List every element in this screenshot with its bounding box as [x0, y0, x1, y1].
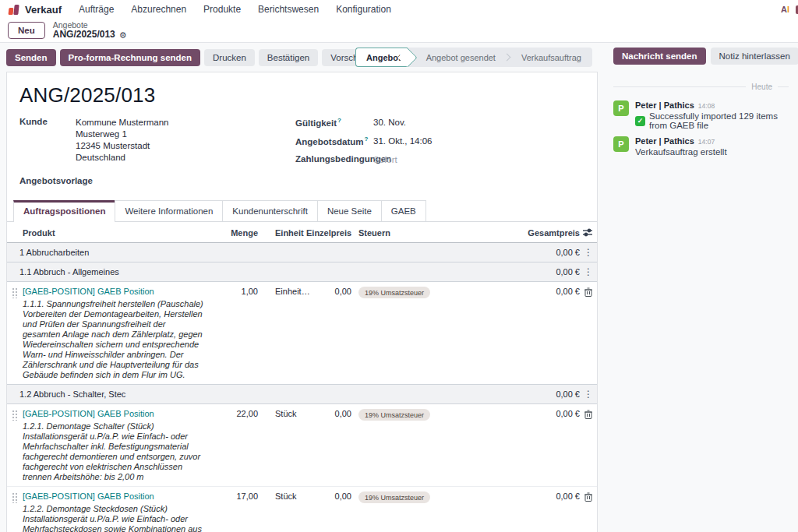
uom-cell[interactable]: Einheit…: [258, 282, 306, 385]
gueltigkeit-field[interactable]: 30. Nov.: [373, 117, 406, 129]
qty-cell[interactable]: 1,00: [202, 282, 258, 385]
tab-kundenunterschrift[interactable]: Kundenunterschrift: [222, 200, 318, 221]
avatar: P: [613, 100, 629, 116]
nav-item-konfiguration[interactable]: Konfiguration: [336, 4, 391, 15]
col-menge[interactable]: Menge: [202, 222, 258, 243]
proforma-button[interactable]: Pro-forma-Rechnung senden: [60, 49, 200, 66]
status-step-angebot-gesendet[interactable]: Angebot gesendet: [408, 48, 507, 67]
help-icon[interactable]: ?: [337, 117, 341, 124]
unit-price-cell[interactable]: 0,00: [306, 282, 351, 385]
message-author[interactable]: Peter | Pathics: [635, 100, 694, 110]
trash-icon[interactable]: [584, 287, 592, 297]
unit-price-cell[interactable]: 0,00: [306, 487, 351, 532]
product-link[interactable]: [GAEB-POSITION] GAEB Position: [23, 287, 154, 296]
order-line-row[interactable]: [GAEB-POSITION] GAEB Position 1.1.1. Spa…: [7, 282, 597, 385]
breadcrumb-current: ANG/2025/013 ⚙: [53, 30, 127, 41]
print-button[interactable]: Drucken: [204, 49, 255, 66]
workspace: Senden Pro-forma-Rechnung senden Drucken…: [0, 43, 798, 532]
trash-icon[interactable]: [584, 492, 592, 502]
col-einheit[interactable]: Einheit: [258, 222, 306, 243]
send-message-button[interactable]: Nachricht senden: [613, 48, 706, 65]
order-line-row[interactable]: [GAEB-POSITION] GAEB Position 1.2.1. Dem…: [7, 404, 597, 487]
date-divider-label: Heute: [746, 83, 778, 91]
log-note-button[interactable]: Notiz hinterlassen: [711, 48, 798, 65]
record-name: ANG/2025/013: [53, 30, 115, 41]
kunde-name[interactable]: Kommune Mustermann: [76, 117, 169, 129]
subtotal-cell: 0,00 €: [453, 404, 580, 487]
kunde-city: 12345 Musterstadt: [76, 140, 169, 152]
kunde-label: Kunde: [19, 117, 76, 164]
drag-handle-icon[interactable]: [12, 410, 18, 421]
product-description[interactable]: 1.1.1. Spannungsfreiheit herstellen (Pau…: [23, 299, 205, 380]
tab-weitere-informationen[interactable]: Weitere Informationen: [115, 200, 223, 221]
tab-auftragspositionen[interactable]: Auftragspositionen: [13, 200, 115, 222]
col-gesamtpreis[interactable]: Gesamtpreis: [453, 222, 580, 243]
qty-cell[interactable]: 22,00: [202, 404, 258, 487]
section-row[interactable]: 1.1 Abbruch - Allgemeines 0,00 € ⋮: [7, 262, 597, 282]
section-label[interactable]: 1.1 Abbruch - Allgemeines: [7, 262, 453, 282]
status-pipeline: Angebot Angebot gesendet Verkaufsauftrag: [355, 48, 592, 67]
col-einzelpreis[interactable]: Einzelpreis: [306, 222, 351, 243]
status-step-verkaufsauftrag[interactable]: Verkaufsauftrag: [510, 48, 592, 67]
send-button[interactable]: Senden: [6, 49, 56, 66]
page-title: ANG/2025/013: [19, 83, 597, 107]
section-row[interactable]: 1 Abbrucharbeiten 0,00 € ⋮: [7, 243, 597, 262]
optional-columns-icon[interactable]: [580, 222, 597, 243]
section-row[interactable]: 1.2 Abbruch - Schalter, Stec 0,00 € ⋮: [7, 385, 597, 404]
kebab-menu-icon[interactable]: ⋮: [580, 248, 597, 257]
breadcrumb: Angebote ANG/2025/013 ⚙: [53, 20, 127, 41]
order-line-row[interactable]: [GAEB-POSITION] GAEB Position 1.2.2. Dem…: [7, 487, 597, 532]
unit-price-cell[interactable]: 0,00: [306, 404, 351, 487]
product-link[interactable]: [GAEB-POSITION] GAEB Position: [23, 409, 154, 418]
odoo-logo-icon: [8, 4, 19, 15]
product-description[interactable]: 1.2.1. Demontage Schalter (Stück) Instal…: [23, 421, 205, 482]
uom-cell[interactable]: Stück: [258, 404, 306, 487]
date-divider: Heute: [613, 83, 789, 91]
status-step-angebot[interactable]: Angebot: [355, 48, 408, 67]
kunde-field[interactable]: Kommune Mustermann Musterweg 1 12345 Mus…: [76, 117, 169, 164]
product-link[interactable]: [GAEB-POSITION] GAEB Position: [23, 491, 154, 501]
nav-item-auftraege[interactable]: Aufträge: [79, 4, 114, 15]
message-text: Successfully imported 129 items from GAE…: [649, 111, 789, 130]
trash-icon[interactable]: [584, 410, 592, 419]
zahlungsbedingungen-field[interactable]: Sofort: [373, 154, 397, 166]
nav-item-berichtswesen[interactable]: Berichtswesen: [258, 4, 319, 15]
angebotsdatum-label: Angebotsdatum?: [295, 136, 373, 147]
tab-neue-seite[interactable]: Neue Seite: [317, 200, 382, 221]
product-description[interactable]: 1.2.2. Demontage Steckdosen (Stück) Inst…: [23, 504, 205, 532]
drag-handle-icon[interactable]: [12, 492, 18, 503]
tax-badge[interactable]: 19% Umsatzsteuer: [358, 491, 430, 503]
gear-icon[interactable]: ⚙: [119, 30, 127, 41]
chatter-message[interactable]: P Peter | Pathics 14:08 ✓ Successfully i…: [604, 99, 798, 135]
confirm-button[interactable]: Bestätigen: [259, 49, 318, 66]
nav-item-produkte[interactable]: Produkte: [203, 4, 241, 15]
section-label[interactable]: 1.2 Abbruch - Schalter, Stec: [7, 385, 453, 404]
ai-badge[interactable]: AI: [781, 5, 789, 14]
col-produkt[interactable]: Produkt: [23, 222, 202, 243]
section-total: 0,00 €: [453, 262, 580, 282]
kebab-menu-icon[interactable]: ⋮: [580, 267, 597, 277]
uom-cell[interactable]: Stück: [258, 487, 306, 532]
help-icon[interactable]: ?: [365, 136, 369, 143]
kebab-menu-icon[interactable]: ⋮: [580, 389, 597, 399]
table-header-row: Produkt Menge Einheit Einzelpreis Steuer…: [7, 222, 597, 243]
drag-handle-icon[interactable]: [12, 287, 18, 298]
chatter-panel: Heute P Peter | Pathics 14:08 ✓ Successf…: [604, 72, 798, 532]
app-brand[interactable]: Verkauf: [8, 4, 62, 16]
chatter-message[interactable]: P Peter | Pathics 14:07 Verkaufsauftrag …: [604, 135, 798, 161]
qty-cell[interactable]: 17,00: [202, 487, 258, 532]
tax-badge[interactable]: 19% Umsatzsteuer: [358, 287, 430, 298]
angebotsdatum-field[interactable]: 31. Okt., 14:06: [373, 136, 432, 147]
new-button[interactable]: Neu: [8, 22, 45, 39]
subtotal-cell: 0,00 €: [453, 487, 580, 532]
tab-gaeb[interactable]: GAEB: [381, 200, 426, 221]
tax-badge[interactable]: 19% Umsatzsteuer: [358, 409, 430, 421]
message-author[interactable]: Peter | Pathics: [635, 136, 694, 146]
nav-item-abzurechnen[interactable]: Abzurechnen: [131, 4, 186, 15]
col-steuern[interactable]: Steuern: [351, 222, 453, 243]
app-name: Verkauf: [25, 4, 62, 16]
top-nav: Verkauf Aufträge Abzurechnen Produkte Be…: [0, 0, 798, 19]
section-total: 0,00 €: [453, 243, 580, 262]
section-label[interactable]: 1 Abbrucharbeiten: [7, 243, 453, 262]
section-total: 0,00 €: [453, 385, 580, 404]
